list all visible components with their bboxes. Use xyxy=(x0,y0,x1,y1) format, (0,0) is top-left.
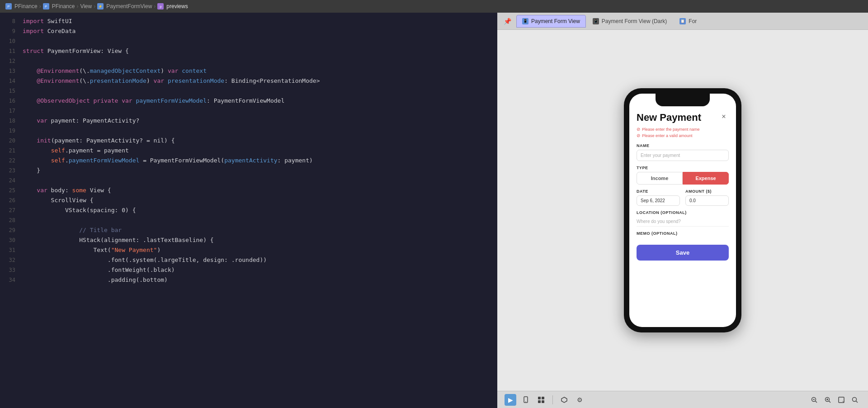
code-line-31: 31 Text("New Payment") xyxy=(0,245,497,255)
breadcrumb-item-1[interactable]: PFinance xyxy=(14,3,38,9)
code-line-34: 34 .padding(.bottom) xyxy=(0,275,497,285)
zoom-out-button[interactable] xyxy=(808,394,820,406)
close-button[interactable]: × xyxy=(719,112,729,122)
svg-rect-3 xyxy=(542,397,544,399)
zoom-reset-icon xyxy=(851,396,859,403)
svg-rect-2 xyxy=(538,397,541,399)
tab-label-3: For xyxy=(689,18,697,24)
code-line-26: 26 ScrollView { xyxy=(0,195,497,205)
amount-label: AMOUNT ($) xyxy=(685,189,729,194)
phone-form-content: New Payment × ⊘ Please enter the payment… xyxy=(629,106,736,327)
code-line-30: 30 HStack(alignment: .lastTextBaseline) … xyxy=(0,235,497,245)
type-buttons: Income Expense xyxy=(637,172,729,185)
breadcrumb-item-2[interactable]: PFinance xyxy=(52,3,75,9)
pfinance-folder-icon: P xyxy=(43,3,49,9)
phone-screen: New Payment × ⊘ Please enter the payment… xyxy=(629,94,736,327)
breadcrumb-item-4[interactable]: PaymentFormView xyxy=(106,3,152,9)
error-text-2: Please enter a valid amount xyxy=(642,133,693,139)
code-line-16: 16 @ObservedObject private var paymentFo… xyxy=(0,96,497,106)
location-input[interactable]: Where do you spend? xyxy=(637,217,729,227)
overlay-button[interactable] xyxy=(558,394,570,406)
location-label: LOCATION (OPTIONAL) xyxy=(637,210,729,215)
error-text-1: Please enter the payment name xyxy=(642,127,700,133)
svg-rect-4 xyxy=(538,400,541,403)
date-value[interactable]: Sep 6, 2022 xyxy=(637,195,680,206)
code-line-10: 10 xyxy=(0,36,497,46)
grid-button[interactable] xyxy=(535,394,547,406)
device-icon xyxy=(522,396,529,403)
svg-point-1 xyxy=(525,401,526,402)
code-line-21: 21 self.payment = payment xyxy=(0,146,497,156)
name-input[interactable]: Enter your payment xyxy=(637,150,729,161)
device-button[interactable] xyxy=(520,394,532,406)
code-line-25: 25 var body: some View { xyxy=(0,185,497,195)
zoom-reset-button[interactable] xyxy=(849,394,861,406)
code-line-22: 22 self.paymentFormViewModel = PaymentFo… xyxy=(0,156,497,166)
code-line-8: 8 import SwiftUI xyxy=(0,16,497,26)
name-label: NAME xyxy=(637,143,729,148)
breadcrumb-item-3[interactable]: View xyxy=(80,3,92,9)
code-line-32: 32 .font(.system(.largeTitle, design: .r… xyxy=(0,255,497,265)
error-message-amount: ⊘ Please enter a valid amount xyxy=(637,133,729,139)
code-line-11: 11 struct PaymentFormView: View { xyxy=(0,46,497,56)
code-line-9: 9 import CoreData xyxy=(0,26,497,36)
zoom-fit-icon xyxy=(838,396,845,403)
play-button[interactable]: ▶ xyxy=(505,394,516,406)
zoom-in-button[interactable] xyxy=(822,394,834,406)
toolbar-right xyxy=(808,394,861,406)
code-line-14: 14 @Environment(\.presentationMode) var … xyxy=(0,76,497,86)
preview-toolbar: ▶ xyxy=(497,391,868,408)
main-layout: 8 import SwiftUI 9 import CoreData 10 11… xyxy=(0,13,868,408)
form-title: New Payment xyxy=(637,112,701,123)
code-line-27: 27 VStack(spacing: 0) { xyxy=(0,205,497,215)
amount-column: AMOUNT ($) 0.0 xyxy=(685,185,729,206)
income-button[interactable]: Income xyxy=(637,172,683,185)
toolbar-divider xyxy=(552,395,553,404)
tab-phone-icon: 📱 xyxy=(522,18,528,24)
code-editor: 8 import SwiftUI 9 import CoreData 10 11… xyxy=(0,13,497,408)
code-line-18: 18 var payment: PaymentActivity? xyxy=(0,116,497,126)
overlay-icon xyxy=(561,396,568,403)
tab-label-1: Payment Form View xyxy=(531,18,580,24)
pfinance-icon: P xyxy=(5,3,12,9)
date-label: DATE xyxy=(637,189,680,194)
tab-payment-form-view-dark[interactable]: 📱 Payment Form View (Dark) xyxy=(587,15,673,28)
tab-for[interactable]: 📋 For xyxy=(674,15,703,28)
code-line-13: 13 @Environment(\.managedObjectContext) … xyxy=(0,66,497,76)
error-icon-2: ⊘ xyxy=(637,133,640,139)
name-placeholder: Enter your payment xyxy=(641,153,680,158)
code-line-33: 33 .fontWeight(.black) xyxy=(0,265,497,275)
tab-label-2: Payment Form View (Dark) xyxy=(602,18,667,24)
svg-line-7 xyxy=(816,401,817,403)
phone-notch xyxy=(656,94,710,106)
tab-phone-dark-icon: 📱 xyxy=(593,18,599,24)
paymentformview-icon: ⚡ xyxy=(97,3,104,9)
error-message-name: ⊘ Please enter the payment name xyxy=(637,126,729,133)
tab-payment-form-view[interactable]: 📱 Payment Form View xyxy=(516,15,586,28)
preview-panel: 📌 📱 Payment Form View 📱 Payment Form Vie… xyxy=(497,13,868,408)
tab-for-icon: 📋 xyxy=(679,18,686,24)
date-amount-row: DATE Sep 6, 2022 AMOUNT ($) 0.0 xyxy=(637,185,729,206)
code-line-23: 23 } xyxy=(0,166,497,176)
breadcrumb-bar: P PFinance › P PFinance › View › ⚡ Payme… xyxy=(0,0,868,13)
amount-value[interactable]: 0.0 xyxy=(685,195,729,206)
date-column: DATE Sep 6, 2022 xyxy=(637,185,680,206)
form-header: New Payment × xyxy=(637,112,729,123)
svg-line-10 xyxy=(829,401,831,403)
code-line-12: 12 xyxy=(0,56,497,66)
code-line-17: 17 xyxy=(0,106,497,116)
error-icon-1: ⊘ xyxy=(637,126,640,133)
code-line-24: 24 xyxy=(0,176,497,185)
zoom-out-icon xyxy=(811,396,818,403)
type-label: TYPE xyxy=(637,166,729,170)
memo-label: MEMO (OPTIONAL) xyxy=(637,231,729,236)
code-line-29: 29 // Title bar xyxy=(0,225,497,235)
expense-button[interactable]: Expense xyxy=(683,172,729,185)
pin-button[interactable]: 📌 xyxy=(501,15,514,28)
zoom-fit-button[interactable] xyxy=(835,394,847,406)
svg-rect-5 xyxy=(542,400,544,403)
save-button[interactable]: Save xyxy=(637,245,729,261)
code-lines: 8 import SwiftUI 9 import CoreData 10 11… xyxy=(0,13,497,408)
breadcrumb-item-5[interactable]: previews xyxy=(166,3,188,9)
settings-button[interactable]: ⚙ xyxy=(574,394,585,406)
